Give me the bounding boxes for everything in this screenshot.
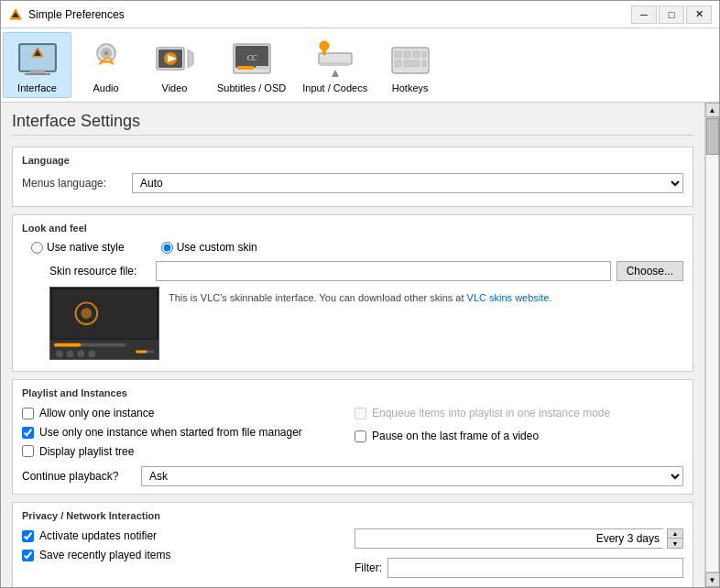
close-button[interactable]: ✕	[686, 5, 712, 24]
title-bar-controls: ─ □ ✕	[631, 5, 712, 24]
svg-rect-18	[237, 66, 254, 70]
skin-preview-area: This is VLC's skinnable interface. You c…	[22, 287, 683, 360]
one-instance-label: Allow only one instance	[39, 406, 154, 421]
recently-played-option: Save recently played items	[22, 548, 342, 563]
page-title: Interface Settings	[12, 112, 693, 136]
svg-rect-23	[322, 49, 326, 55]
skin-website-link[interactable]: VLC skins website	[467, 292, 550, 303]
pause-last-option: Pause on the last frame of a video	[355, 429, 683, 444]
svg-rect-30	[422, 51, 426, 58]
svg-marker-25	[332, 70, 339, 77]
svg-text:CC: CC	[246, 54, 256, 62]
enqueue-checkbox[interactable]	[355, 408, 366, 419]
toolbar-input-label: Input / Codecs	[302, 82, 367, 93]
scroll-thumb[interactable]	[706, 118, 719, 155]
updates-label: Activate updates notifier	[39, 528, 157, 544]
privacy-options: Activate updates notifier Save recently …	[22, 528, 683, 578]
privacy-section-title: Privacy / Network Interaction	[22, 510, 683, 521]
toolbar-hotkeys[interactable]: Hotkeys	[376, 32, 444, 98]
video-icon	[153, 37, 197, 81]
menus-language-select[interactable]: Auto	[132, 173, 683, 193]
enqueue-label: Enqueue items into playlist in one insta…	[372, 406, 610, 421]
toolbar-audio[interactable]: Audio	[71, 32, 140, 98]
custom-skin-radio[interactable]	[161, 242, 173, 254]
pause-last-checkbox[interactable]	[355, 430, 366, 442]
file-manager-checkbox[interactable]	[22, 427, 34, 439]
toolbar-interface-label: Interface	[17, 82, 57, 93]
toolbar-subtitles[interactable]: CC Subtitles / OSD	[209, 32, 294, 98]
playlist-section-title: Playlist and Instances	[22, 387, 683, 398]
continue-playback-label: Continue playback?	[22, 470, 132, 483]
skin-resource-row: Skin resource file: Choose...	[22, 261, 683, 281]
playlist-tree-label: Display playlist tree	[39, 444, 134, 460]
svg-point-41	[56, 351, 63, 358]
skin-preview-svg	[50, 287, 158, 360]
privacy-left: Activate updates notifier Save recently …	[22, 528, 351, 578]
native-style-option[interactable]: Use native style	[31, 241, 125, 254]
toolbar-hotkeys-label: Hotkeys	[392, 82, 429, 93]
scroll-down-arrow[interactable]: ▼	[705, 572, 720, 587]
skin-info-prefix: This is VLC's skinnable interface. You c…	[169, 292, 467, 303]
toolbar-interface[interactable]: Interface	[3, 32, 71, 98]
updates-option: Activate updates notifier	[22, 528, 342, 544]
file-manager-option: Use only one instance when started from …	[22, 425, 342, 441]
vlc-icon	[8, 7, 23, 22]
skin-info-text: This is VLC's skinnable interface. You c…	[169, 287, 683, 360]
spin-up-button[interactable]: ▲	[668, 529, 682, 539]
playlist-right-options: Enqueue items into playlist in one insta…	[355, 406, 683, 463]
svg-point-10	[104, 51, 108, 55]
svg-point-43	[78, 351, 85, 358]
native-style-radio[interactable]	[31, 242, 43, 254]
custom-skin-option[interactable]: Use custom skin	[161, 241, 257, 254]
content-area: Interface Settings Language Menus langua…	[1, 103, 719, 587]
maximize-button[interactable]: □	[659, 5, 684, 24]
svg-rect-32	[404, 60, 420, 67]
title-bar: Simple Preferences ─ □ ✕	[1, 1, 719, 28]
main-window: Simple Preferences ─ □ ✕ Interface	[0, 0, 720, 588]
skin-info-end: .	[549, 292, 551, 303]
one-instance-option: Allow only one instance	[22, 406, 342, 421]
svg-rect-38	[50, 340, 158, 360]
continue-playback-row: Continue playback? Ask Always Never	[22, 466, 683, 486]
svg-rect-46	[136, 351, 147, 354]
svg-rect-4	[30, 70, 45, 73]
skin-resource-label: Skin resource file:	[49, 265, 150, 278]
filter-input[interactable]	[387, 558, 683, 578]
recently-played-checkbox[interactable]	[22, 550, 34, 561]
playlist-options: Allow only one instance Use only one ins…	[22, 406, 683, 463]
playlist-section: Playlist and Instances Allow only one in…	[12, 379, 693, 495]
svg-rect-31	[395, 60, 401, 67]
toolbar-video[interactable]: Video	[140, 32, 209, 98]
playlist-tree-option: Display playlist tree	[22, 444, 342, 460]
audio-icon	[84, 37, 128, 81]
toolbar-audio-label: Audio	[93, 82, 118, 93]
skin-thumbnail	[49, 287, 159, 360]
pause-last-label: Pause on the last frame of a video	[372, 429, 539, 444]
skin-resource-input[interactable]	[156, 261, 611, 281]
privacy-section: Privacy / Network Interaction Activate u…	[12, 502, 693, 587]
updates-frequency-input[interactable]	[355, 528, 663, 549]
toolbar-subtitles-label: Subtitles / OSD	[217, 82, 286, 93]
one-instance-checkbox[interactable]	[22, 408, 34, 419]
choose-button[interactable]: Choose...	[616, 261, 683, 281]
menus-language-row: Menus language: Auto	[22, 173, 683, 193]
svg-point-37	[81, 308, 92, 319]
window-title: Simple Preferences	[28, 8, 125, 21]
updates-checkbox[interactable]	[22, 530, 34, 542]
input-icon	[313, 37, 357, 81]
language-section: Language Menus language: Auto	[12, 147, 693, 207]
continue-playback-select[interactable]: Ask Always Never	[141, 466, 683, 486]
enqueue-option: Enqueue items into playlist in one insta…	[355, 406, 683, 421]
look-feel-section: Look and feel Use native style Use custo…	[12, 214, 693, 372]
toolbar-input[interactable]: Input / Codecs	[294, 32, 376, 98]
svg-point-44	[88, 351, 95, 358]
scrollbar: ▲ ▼	[704, 103, 719, 587]
svg-rect-27	[395, 51, 401, 58]
spin-down-button[interactable]: ▼	[668, 539, 682, 548]
scroll-track[interactable]	[705, 117, 719, 572]
scroll-up-arrow[interactable]: ▲	[705, 103, 720, 117]
continue-playback-control: Ask Always Never	[141, 466, 683, 486]
svg-point-42	[67, 351, 74, 358]
minimize-button[interactable]: ─	[631, 5, 657, 24]
playlist-tree-checkbox[interactable]	[22, 445, 34, 457]
